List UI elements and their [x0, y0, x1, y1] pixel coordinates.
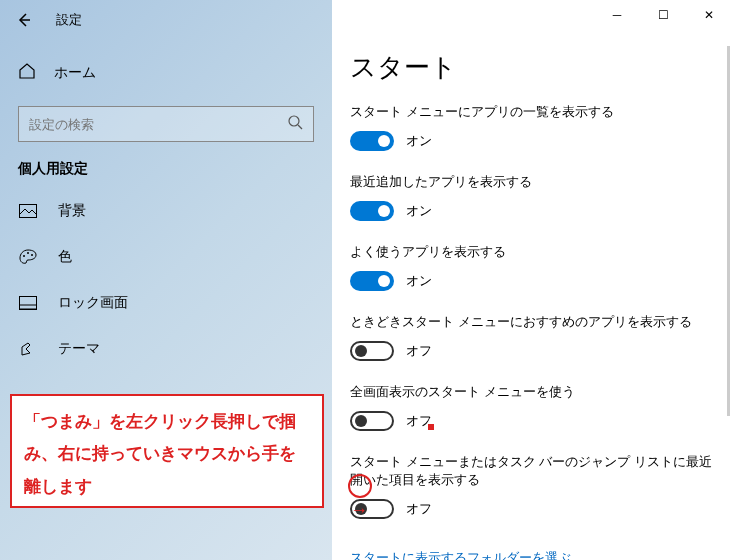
- toggle-row: オン: [350, 271, 714, 291]
- content-pane: ─ ☐ ✕ スタート スタート メニューにアプリの一覧を表示するオン最近追加した…: [332, 0, 732, 560]
- section-heading: 個人用設定: [0, 142, 332, 188]
- toggle-knob: [355, 503, 367, 515]
- window-controls: ─ ☐ ✕: [594, 0, 732, 30]
- toggle-knob: [378, 205, 390, 217]
- svg-rect-6: [20, 305, 37, 309]
- back-arrow-icon: [16, 12, 32, 28]
- nav-label: テーマ: [58, 340, 100, 358]
- setting-label: スタート メニューまたはタスク バーのジャンプ リストに最近開いた項目を表示する: [350, 453, 714, 489]
- setting-label: 最近追加したアプリを表示する: [350, 173, 714, 191]
- svg-point-3: [27, 252, 29, 254]
- lockscreen-icon: [18, 296, 38, 310]
- svg-point-4: [31, 254, 33, 256]
- toggle-state-label: オン: [406, 272, 432, 290]
- search-input[interactable]: [29, 117, 279, 132]
- toggle-knob: [378, 275, 390, 287]
- svg-point-2: [23, 255, 25, 257]
- toggle-state-label: オフ: [406, 412, 432, 430]
- home-label: ホーム: [54, 64, 96, 82]
- content-inner: スタート スタート メニューにアプリの一覧を表示するオン最近追加したアプリを表示…: [332, 0, 732, 560]
- toggle-knob: [355, 415, 367, 427]
- toggle-row: オフ: [350, 341, 714, 361]
- toggle-knob: [355, 345, 367, 357]
- settings-window: 設定 ホーム 個人用設定 背景 色 ロック画面: [0, 0, 732, 560]
- toggle-row: オフ: [350, 411, 714, 431]
- choose-folders-link[interactable]: スタートに表示するフォルダーを選ぶ: [350, 549, 571, 560]
- setting-item: よく使うアプリを表示するオン: [350, 243, 714, 291]
- titlebar: 設定: [0, 0, 332, 40]
- search-box[interactable]: [18, 106, 314, 142]
- search-icon: [287, 114, 303, 134]
- window-title: 設定: [56, 11, 82, 29]
- nav-label: 背景: [58, 202, 86, 220]
- toggle-row: オン: [350, 131, 714, 151]
- sidebar-item-lockscreen[interactable]: ロック画面: [0, 280, 332, 326]
- scrollbar[interactable]: [727, 46, 730, 416]
- setting-item: 最近追加したアプリを表示するオン: [350, 173, 714, 221]
- close-button[interactable]: ✕: [686, 0, 732, 30]
- picture-icon: [18, 204, 38, 218]
- svg-point-0: [289, 116, 299, 126]
- back-button[interactable]: [12, 8, 36, 32]
- setting-label: 全画面表示のスタート メニューを使う: [350, 383, 714, 401]
- maximize-button[interactable]: ☐: [640, 0, 686, 30]
- toggle-switch[interactable]: [350, 341, 394, 361]
- theme-icon: [18, 341, 38, 357]
- toggle-state-label: オフ: [406, 500, 432, 518]
- nav-label: 色: [58, 248, 72, 266]
- home-icon: [18, 62, 36, 84]
- toggle-state-label: オン: [406, 202, 432, 220]
- sidebar-item-background[interactable]: 背景: [0, 188, 332, 234]
- setting-item: ときどきスタート メニューにおすすめのアプリを表示するオフ: [350, 313, 714, 361]
- toggle-switch[interactable]: [350, 131, 394, 151]
- svg-rect-1: [20, 205, 37, 218]
- svg-rect-5: [20, 297, 37, 310]
- toggle-switch[interactable]: [350, 411, 394, 431]
- sidebar: 設定 ホーム 個人用設定 背景 色 ロック画面: [0, 0, 332, 560]
- setting-label: ときどきスタート メニューにおすすめのアプリを表示する: [350, 313, 714, 331]
- sidebar-item-themes[interactable]: テーマ: [0, 326, 332, 372]
- minimize-button[interactable]: ─: [594, 0, 640, 30]
- home-nav[interactable]: ホーム: [0, 52, 332, 94]
- toggle-switch[interactable]: [350, 499, 394, 519]
- setting-item: スタート メニューまたはタスク バーのジャンプ リストに最近開いた項目を表示する…: [350, 453, 714, 519]
- toggle-row: オン: [350, 201, 714, 221]
- toggle-knob: [378, 135, 390, 147]
- annotation-callout: 「つまみ」を左クリック長押しで掴み、右に持っていきマウスから手を離します: [10, 394, 324, 508]
- toggle-switch[interactable]: [350, 271, 394, 291]
- setting-label: スタート メニューにアプリの一覧を表示する: [350, 103, 714, 121]
- setting-label: よく使うアプリを表示する: [350, 243, 714, 261]
- toggle-state-label: オフ: [406, 342, 432, 360]
- setting-item: 全画面表示のスタート メニューを使うオフ: [350, 383, 714, 431]
- sidebar-item-colors[interactable]: 色: [0, 234, 332, 280]
- toggle-state-label: オン: [406, 132, 432, 150]
- palette-icon: [18, 249, 38, 265]
- page-title: スタート: [350, 50, 714, 85]
- nav-label: ロック画面: [58, 294, 128, 312]
- toggle-switch[interactable]: [350, 201, 394, 221]
- setting-item: スタート メニューにアプリの一覧を表示するオン: [350, 103, 714, 151]
- toggle-row: オフ: [350, 499, 714, 519]
